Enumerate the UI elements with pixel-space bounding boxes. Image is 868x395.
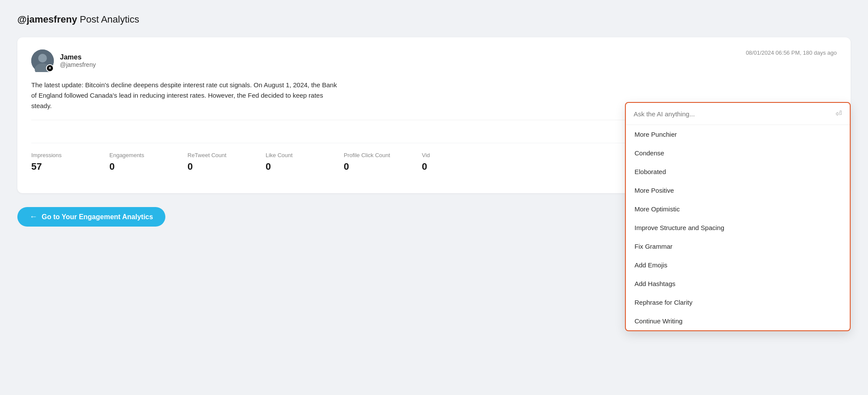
enter-icon: ⏎ xyxy=(835,109,842,118)
post-author: ✕ James @jamesfreny xyxy=(31,49,96,72)
post-header: ✕ James @jamesfreny 08/01/2024 06:56 PM,… xyxy=(31,49,837,72)
ai-menu-item[interactable]: Add Emojis xyxy=(626,256,850,274)
stat-value: 0 xyxy=(109,161,174,172)
svg-point-1 xyxy=(38,54,47,63)
stat-item: Profile Click Count 0 xyxy=(344,143,422,181)
post-content: The latest update: Bitcoin's decline dee… xyxy=(31,80,344,111)
stat-label: Profile Click Count xyxy=(344,152,408,158)
ai-menu-item[interactable]: Improve Structure and Spacing xyxy=(626,218,850,237)
stat-label: Like Count xyxy=(266,152,330,158)
ai-menu-item[interactable]: More Punchier xyxy=(626,125,850,144)
ai-menu-item[interactable]: More Positive xyxy=(626,181,850,200)
author-name: James xyxy=(60,53,96,61)
engagement-analytics-button[interactable]: ← Go to Your Engagement Analytics xyxy=(17,207,165,227)
stat-item: ReTweet Count 0 xyxy=(187,143,266,181)
arrow-left-icon: ← xyxy=(30,212,37,221)
author-info: James @jamesfreny xyxy=(60,53,96,68)
ai-menu-item[interactable]: Fix Grammar xyxy=(626,237,850,256)
ai-input[interactable] xyxy=(634,110,831,118)
stat-value: 0 xyxy=(187,161,252,172)
stat-label: ReTweet Count xyxy=(187,152,252,158)
stat-item: Vid 0 xyxy=(422,143,500,181)
ai-dropdown: ⏎ More PunchierCondenseEloboratedMore Po… xyxy=(625,102,851,331)
x-platform-badge: ✕ xyxy=(46,64,54,72)
avatar: ✕ xyxy=(31,49,54,72)
ai-menu-item[interactable]: Add Hashtags xyxy=(626,274,850,293)
page-title: @jamesfreny Post Analytics xyxy=(17,14,851,25)
ai-menu: More PunchierCondenseEloboratedMore Posi… xyxy=(626,125,850,330)
engagement-label: Go to Your Engagement Analytics xyxy=(42,213,153,221)
ai-menu-item[interactable]: More Optimistic xyxy=(626,200,850,218)
stat-value: 0 xyxy=(422,161,486,172)
ai-menu-item[interactable]: Condense xyxy=(626,144,850,162)
stat-label: Impressions xyxy=(31,152,95,158)
stat-value: 0 xyxy=(266,161,330,172)
stat-item: Like Count 0 xyxy=(266,143,344,181)
stat-value: 0 xyxy=(344,161,408,172)
stat-value: 57 xyxy=(31,161,95,172)
stat-item: Engagements 0 xyxy=(109,143,187,181)
ai-menu-item[interactable]: Eloborated xyxy=(626,162,850,181)
stat-label: Engagements xyxy=(109,152,174,158)
post-timestamp: 08/01/2024 06:56 PM, 180 days ago xyxy=(746,49,837,56)
stat-item: Impressions 57 xyxy=(31,143,109,181)
author-handle: @jamesfreny xyxy=(60,61,96,68)
ai-menu-item[interactable]: Continue Writing xyxy=(626,312,850,330)
ai-search-row: ⏎ xyxy=(626,103,850,125)
ai-menu-item[interactable]: Rephrase for Clarity xyxy=(626,293,850,312)
stat-label: Vid xyxy=(422,152,486,158)
